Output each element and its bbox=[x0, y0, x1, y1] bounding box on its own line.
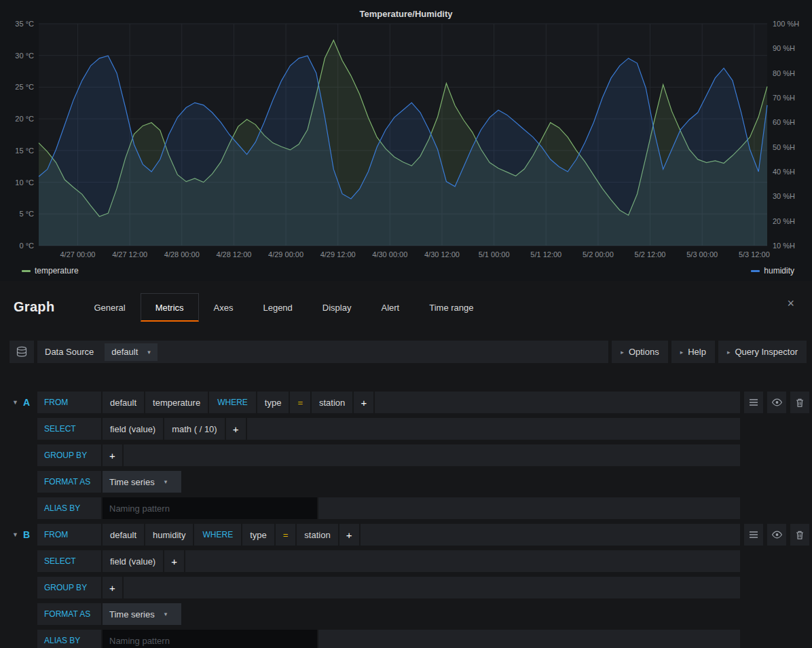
datasource-bar: Data Source default ▾ bbox=[37, 341, 608, 363]
query-ref-cell: ▼ B bbox=[10, 524, 37, 546]
caret-down-icon: ▾ bbox=[147, 349, 151, 356]
svg-text:4/27 12:00: 4/27 12:00 bbox=[112, 250, 147, 259]
format-as-keyword: FORMAT AS bbox=[37, 471, 101, 493]
graph-panel: 0 °C5 °C10 °C15 °C20 °C25 °C30 °C35 °C10… bbox=[0, 0, 812, 281]
tab-legend[interactable]: Legend bbox=[248, 293, 307, 322]
delete-query-button[interactable] bbox=[790, 524, 809, 546]
query-actions bbox=[744, 524, 809, 546]
row-filler bbox=[318, 630, 740, 648]
query-b-select-row: SELECT field (value) + bbox=[10, 550, 809, 572]
query-a-group-by-row: GROUP BY + bbox=[10, 444, 809, 466]
alias-by-input[interactable] bbox=[103, 497, 317, 519]
caret-right-icon: ▸ bbox=[680, 349, 684, 356]
help-button[interactable]: ▸ Help bbox=[671, 341, 715, 363]
query-b-group-by-row: GROUP BY + bbox=[10, 577, 809, 598]
toggle-query-visibility-button[interactable] bbox=[767, 524, 786, 546]
options-button[interactable]: ▸ Options bbox=[612, 341, 667, 363]
where-tag-key-part[interactable]: type bbox=[257, 392, 289, 413]
help-label: Help bbox=[688, 347, 706, 357]
add-select-part-button[interactable]: + bbox=[226, 418, 246, 440]
svg-text:4/28 00:00: 4/28 00:00 bbox=[164, 250, 200, 259]
select-field-part[interactable]: field (value) bbox=[103, 418, 163, 440]
trash-icon bbox=[795, 530, 805, 540]
format-as-select[interactable]: Time series ▾ bbox=[103, 471, 181, 493]
where-operator-part[interactable]: = bbox=[276, 524, 296, 546]
tab-metrics[interactable]: Metrics bbox=[141, 293, 199, 322]
tab-axes[interactable]: Axes bbox=[199, 293, 248, 322]
query-b: ▼ B FROM default humidity WHERE type = s… bbox=[0, 524, 812, 648]
query-ref-cell: ▼ A bbox=[10, 392, 37, 413]
format-as-keyword: FORMAT AS bbox=[37, 603, 101, 625]
from-datasource-part[interactable]: default bbox=[103, 392, 144, 413]
database-icon bbox=[16, 346, 28, 358]
svg-text:5/3 12:00: 5/3 12:00 bbox=[739, 250, 770, 259]
query-b-alias-by-row: ALIAS BY bbox=[10, 630, 809, 648]
delete-query-button[interactable] bbox=[790, 392, 809, 413]
svg-text:10 %H: 10 %H bbox=[773, 242, 795, 250]
row-filler bbox=[318, 497, 740, 519]
add-select-part-button[interactable]: + bbox=[164, 550, 184, 572]
add-group-by-button[interactable]: + bbox=[103, 444, 122, 466]
where-tag-value-part[interactable]: station bbox=[297, 524, 337, 546]
svg-text:4/29 12:00: 4/29 12:00 bbox=[320, 250, 356, 259]
query-a-from-row: ▼ A FROM default temperature WHERE type … bbox=[10, 392, 809, 413]
legend-item-temperature[interactable]: temperature bbox=[22, 266, 79, 275]
tab-time-range[interactable]: Time range bbox=[414, 293, 488, 322]
toggle-query-visibility-button[interactable] bbox=[767, 392, 786, 413]
svg-text:20 °C: 20 °C bbox=[15, 115, 34, 123]
add-group-by-button[interactable]: + bbox=[103, 577, 122, 598]
where-tag-key-part[interactable]: type bbox=[242, 524, 274, 546]
add-where-condition-button[interactable]: + bbox=[339, 524, 359, 546]
chart-legend: temperature humidity bbox=[0, 265, 812, 281]
select-keyword: SELECT bbox=[37, 418, 101, 440]
from-measurement-part[interactable]: humidity bbox=[145, 524, 193, 546]
add-where-condition-button[interactable]: + bbox=[354, 392, 373, 413]
tab-display[interactable]: Display bbox=[308, 293, 367, 322]
temperature-series-swatch bbox=[22, 270, 31, 272]
timeseries-graph: 0 °C5 °C10 °C15 °C20 °C25 °C30 °C35 °C10… bbox=[0, 1, 812, 262]
where-keyword: WHERE bbox=[194, 524, 241, 546]
trash-icon bbox=[795, 398, 805, 408]
collapse-query-icon[interactable]: ▼ bbox=[12, 399, 18, 406]
where-operator-part[interactable]: = bbox=[290, 392, 310, 413]
svg-text:30 °C: 30 °C bbox=[15, 52, 34, 60]
query-a-select-row: SELECT field (value) math ( / 10) + bbox=[10, 418, 809, 440]
select-field-part[interactable]: field (value) bbox=[103, 550, 163, 572]
tab-general[interactable]: General bbox=[79, 293, 140, 322]
query-list: ▼ A FROM default temperature WHERE type … bbox=[0, 392, 812, 648]
collapse-query-icon[interactable]: ▼ bbox=[12, 531, 18, 538]
svg-text:60 %H: 60 %H bbox=[773, 118, 795, 126]
query-ref-letter[interactable]: A bbox=[23, 397, 30, 408]
from-datasource-part[interactable]: default bbox=[103, 524, 144, 546]
where-tag-value-part[interactable]: station bbox=[312, 392, 352, 413]
alias-by-input[interactable] bbox=[103, 630, 317, 648]
where-keyword: WHERE bbox=[209, 392, 256, 413]
humidity-series-swatch bbox=[751, 270, 760, 272]
menu-icon bbox=[749, 531, 758, 539]
format-as-select[interactable]: Time series ▾ bbox=[103, 603, 181, 625]
row-filler bbox=[361, 524, 740, 546]
datasource-icon-cell bbox=[10, 341, 34, 363]
svg-text:4/30 00:00: 4/30 00:00 bbox=[372, 250, 407, 259]
svg-text:100 %H: 100 %H bbox=[773, 20, 799, 28]
query-ref-letter[interactable]: B bbox=[23, 529, 30, 540]
tab-alert[interactable]: Alert bbox=[366, 293, 414, 322]
datasource-value: default bbox=[111, 347, 138, 357]
from-measurement-part[interactable]: temperature bbox=[145, 392, 208, 413]
legend-item-humidity[interactable]: humidity bbox=[751, 266, 794, 275]
group-by-keyword: GROUP BY bbox=[37, 444, 101, 466]
close-panel-editor-icon[interactable]: × bbox=[787, 297, 794, 309]
row-filler bbox=[124, 577, 740, 598]
query-menu-button[interactable] bbox=[744, 392, 763, 413]
svg-text:5/3 00:00: 5/3 00:00 bbox=[686, 250, 718, 259]
query-menu-button[interactable] bbox=[744, 524, 763, 546]
select-math-part[interactable]: math ( / 10) bbox=[164, 418, 224, 440]
query-a-format-as-row: FORMAT AS Time series ▾ bbox=[10, 471, 809, 493]
query-a: ▼ A FROM default temperature WHERE type … bbox=[0, 392, 812, 519]
svg-text:90 %H: 90 %H bbox=[773, 44, 795, 52]
panel-editor-header: Graph General Metrics Axes Legend Displa… bbox=[0, 292, 812, 322]
query-inspector-button[interactable]: ▸ Query Inspector bbox=[718, 341, 807, 363]
svg-text:40 %H: 40 %H bbox=[773, 168, 795, 176]
svg-text:30 %H: 30 %H bbox=[773, 192, 795, 200]
datasource-select[interactable]: default ▾ bbox=[105, 343, 158, 361]
